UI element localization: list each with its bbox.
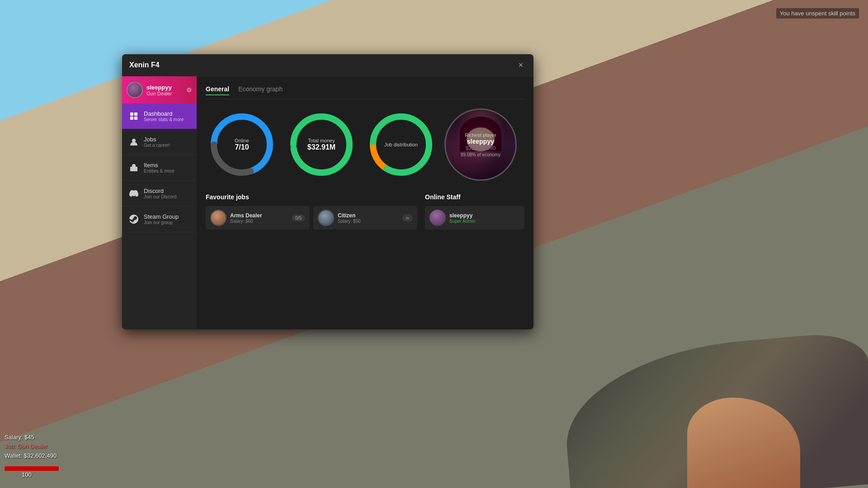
sidebar-item-jobs[interactable]: Jobs Get a career! [122, 129, 197, 155]
staff-info: sleeppyy Super Admin [449, 212, 475, 224]
close-button[interactable]: × [515, 60, 526, 70]
total-money-circle: Total money $32.91M [285, 108, 358, 181]
stats-row: Online 7/10 Total money $32.91M [206, 108, 524, 181]
staff-name: sleeppyy [449, 212, 475, 219]
job-distribution-circle: Job distribution [365, 108, 437, 181]
steam-icon [127, 213, 140, 225]
jobs-icon [127, 136, 140, 148]
online-staff-section: Online Staff sleeppyy Super Admin [425, 193, 524, 230]
favourite-jobs-title: Favourite jobs [206, 193, 418, 201]
hud-notice: You have unspent skill points [776, 8, 859, 19]
sidebar-discord-sublabel: Join our Discord [144, 194, 176, 199]
gun-area [552, 330, 868, 488]
tab-economy-graph[interactable]: Economy graph [238, 85, 283, 95]
sidebar-jobs-text: Jobs Get a career! [144, 136, 170, 148]
hud-health-bar [5, 466, 59, 471]
sidebar-steam-text: Steam Group Join our group [144, 213, 179, 225]
sidebar-items-sublabel: Entities & more [144, 169, 175, 174]
svg-rect-5 [130, 167, 137, 171]
svg-rect-3 [134, 117, 137, 120]
sidebar-discord-text: Discord Join our Discord [144, 188, 176, 199]
svg-point-4 [132, 139, 136, 142]
sidebar-dashboard-sublabel: Server stats & more [144, 117, 184, 122]
sidebar-item-items[interactable]: Items Entities & more [122, 155, 197, 181]
job-card-citizen[interactable]: Citizen Salary: $50 ∞ [313, 206, 417, 230]
dialog-title: Xenin F4 [129, 61, 160, 69]
citizen-avatar [318, 210, 334, 226]
user-info: sleeppyy Gun Dealer [146, 84, 186, 96]
online-value: 7/10 [235, 143, 249, 151]
citizen-avatar-img [319, 211, 333, 225]
dialog-body: sleeppyy Gun Dealer ⚙ Dashboard [122, 76, 533, 329]
favourite-jobs-section: Favourite jobs Arms Dealer Salary: $60 [206, 193, 418, 230]
user-profile[interactable]: sleeppyy Gun Dealer ⚙ [122, 76, 197, 103]
citizen-info: Citizen Salary: $50 [338, 212, 402, 224]
sidebar-dashboard-label: Dashboard [144, 110, 184, 117]
total-money-title: Total money [307, 138, 335, 143]
hud-job: Job: Gun Dealer [5, 442, 57, 451]
svg-rect-2 [130, 117, 133, 120]
main-dialog: Xenin F4 × sleeppyy Gun Dealer ⚙ [122, 54, 533, 329]
sidebar-item-discord[interactable]: Discord Join our Discord [122, 181, 197, 206]
discord-icon [127, 187, 140, 200]
section-row: Favourite jobs Arms Dealer Salary: $60 [206, 193, 524, 230]
hud-health-value: 100 [22, 471, 32, 478]
arms-dealer-salary: Salary: $60 [230, 219, 292, 224]
citizen-salary: Salary: $50 [338, 219, 402, 224]
hud-salary: Salary: $45 [5, 433, 57, 442]
tabs-bar: General Economy graph [206, 85, 524, 99]
total-money-label: Total money $32.91M [307, 138, 335, 151]
user-avatar-image [127, 83, 142, 97]
richest-overlay: Richest player sleeppyy $32,602,490 99.0… [446, 110, 515, 179]
job-dist-title: Job distribution [384, 142, 418, 147]
arms-dealer-name: Arms Dealer [230, 212, 292, 219]
arms-dealer-info: Arms Dealer Salary: $60 [230, 212, 292, 224]
staff-avatar-img [429, 210, 446, 226]
user-role: Gun Dealer [146, 91, 186, 96]
citizen-slots: ∞ [402, 215, 413, 221]
hud-wallet: Wallet: $32,602,490 [5, 451, 57, 461]
sidebar-items-text: Items Entities & more [144, 162, 175, 174]
richest-amount: $32,602,490 [466, 145, 496, 151]
user-avatar [127, 82, 143, 98]
hud-stats: Salary: $45 Job: Gun Dealer Wallet: $32,… [5, 433, 57, 461]
total-money-value: $32.91M [307, 143, 335, 151]
sidebar-items-label: Items [144, 162, 175, 169]
richest-name: sleeppyy [467, 138, 494, 145]
sidebar-steam-label: Steam Group [144, 213, 179, 220]
staff-avatar [429, 210, 446, 226]
arms-dealer-avatar [210, 210, 226, 226]
richest-pct: 99.08% of economy [461, 152, 500, 157]
dialog-titlebar: Xenin F4 × [122, 54, 533, 76]
job-cards: Arms Dealer Salary: $60 0/5 Citizen [206, 206, 418, 230]
sidebar-item-steam[interactable]: Steam Group Join our group [122, 206, 197, 232]
sidebar: sleeppyy Gun Dealer ⚙ Dashboard [122, 76, 197, 329]
staff-card-sleeppyy: sleeppyy Super Admin [425, 206, 524, 230]
arms-dealer-slots: 0/5 [292, 215, 305, 221]
arms-dealer-avatar-img [211, 211, 226, 225]
tab-general[interactable]: General [206, 85, 229, 95]
user-name: sleeppyy [146, 84, 186, 91]
settings-icon[interactable]: ⚙ [186, 86, 192, 94]
sidebar-dashboard-text: Dashboard Server stats & more [144, 110, 184, 122]
sidebar-jobs-label: Jobs [144, 136, 170, 143]
online-staff-title: Online Staff [425, 193, 524, 201]
svg-rect-0 [130, 113, 133, 116]
sidebar-steam-sublabel: Join our group [144, 220, 179, 225]
richest-player-circle: Richest player sleeppyy $32,602,490 99.0… [444, 108, 517, 181]
dashboard-icon [127, 110, 140, 122]
job-card-arms-dealer[interactable]: Arms Dealer Salary: $60 0/5 [206, 206, 310, 230]
richest-title: Richest player [465, 132, 496, 138]
items-icon [127, 161, 140, 174]
job-dist-label: Job distribution [384, 142, 418, 147]
online-title: Online [235, 138, 249, 143]
online-stat-circle: Online 7/10 [206, 108, 278, 181]
staff-role: Super Admin [449, 219, 475, 224]
svg-rect-1 [134, 113, 137, 116]
main-content: General Economy graph Online [197, 76, 533, 329]
citizen-name: Citizen [338, 212, 402, 219]
sidebar-jobs-sublabel: Get a career! [144, 143, 170, 148]
sidebar-item-dashboard[interactable]: Dashboard Server stats & more [122, 103, 197, 129]
sidebar-discord-label: Discord [144, 188, 176, 194]
online-label: Online 7/10 [235, 138, 249, 151]
